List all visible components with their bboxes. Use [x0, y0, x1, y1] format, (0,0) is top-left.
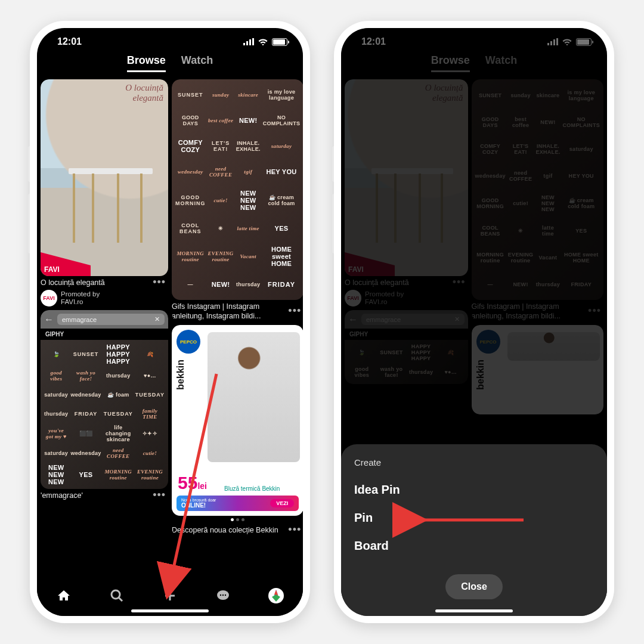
promo-text: Promoted byFAVI.ro: [61, 290, 100, 306]
pin-stickerboard[interactable]: SUNSETsundayskincareis my love language …: [172, 79, 303, 321]
feed-col-right: SUNSETsundayskincareis my love language …: [172, 79, 303, 596]
pepco-banner[interactable]: Noua broșură doarONLINE! VEZI: [177, 496, 299, 511]
tab-watch[interactable]: Watch: [181, 54, 213, 72]
pepco-brand: bekkin: [175, 360, 186, 390]
nav-create-icon[interactable]: [162, 588, 178, 603]
phone-left: 12:01 Browse Watch O locuințăelegantă: [30, 21, 310, 623]
sheet-option-board[interactable]: Board: [354, 532, 594, 560]
pin-menu-icon[interactable]: •••: [286, 305, 303, 317]
signal-icon: [243, 38, 254, 45]
sheet-title: Create: [354, 457, 594, 467]
pin-title: O locuință elegantă: [41, 276, 105, 289]
pepco-logo: PEPCO: [177, 330, 200, 354]
screen-left: 12:01 Browse Watch O locuințăelegantă: [37, 28, 303, 616]
pin-menu-icon[interactable]: •••: [286, 524, 303, 536]
nav-profile-icon[interactable]: [268, 588, 284, 603]
pin-menu-icon[interactable]: •••: [150, 276, 168, 289]
pepco-price: 55lei: [178, 473, 207, 493]
back-icon[interactable]: ←: [44, 314, 54, 325]
nav-search-icon[interactable]: [109, 588, 125, 603]
pin-menu-icon[interactable]: •••: [150, 489, 168, 501]
home-indicator[interactable]: [435, 609, 513, 612]
favi-badge: FAVI: [41, 252, 91, 276]
svg-point-2: [220, 595, 221, 596]
feed-col-left: O locuințăelegantă FAVI O locuință elega…: [41, 79, 168, 596]
nav-messages-icon[interactable]: [215, 588, 231, 603]
pin-title: Descoperă noua colecție Bekkin: [172, 524, 278, 536]
status-icons: [243, 38, 287, 46]
svg-point-4: [225, 595, 226, 596]
svg-point-3: [222, 595, 224, 596]
home-indicator[interactable]: [131, 609, 209, 612]
tab-browse[interactable]: Browse: [127, 54, 166, 72]
pin-giphy[interactable]: ← emmagrace✕ GIPHY 🍃SUNSETHAPPY HAPPY HA…: [41, 310, 168, 501]
sheet-close-button[interactable]: Close: [445, 574, 503, 599]
pin-title: Gifs Instagram | Instagram anleitung, In…: [172, 300, 286, 321]
pin-title: 'emmagrace': [41, 489, 83, 501]
sticker-grid: 🍃SUNSETHAPPY HAPPY HAPPY🍂 good vibeswash…: [41, 340, 168, 489]
status-bar: 12:01: [37, 28, 303, 51]
carousel-dots: [172, 516, 303, 524]
screen-right: 12:01 Browse Watch O locuințăelegantă FA…: [341, 28, 607, 616]
svg-point-0: [112, 590, 120, 599]
top-tabs: Browse Watch: [37, 51, 303, 79]
pin-image[interactable]: PEPCO bekkin 55lei Bluză termică Bekkin …: [172, 325, 303, 516]
wifi-icon: [258, 38, 268, 46]
sheet-option-pin[interactable]: Pin: [354, 504, 594, 532]
giphy-search-bar: ← emmagrace✕: [41, 310, 168, 329]
clear-icon[interactable]: ✕: [154, 315, 160, 323]
create-sheet: Create Idea Pin Pin Board Close: [341, 444, 607, 616]
status-time: 12:01: [57, 36, 82, 47]
pin-image[interactable]: O locuințăelegantă FAVI: [41, 79, 168, 276]
pepco-sub: Bluză termică Bekkin: [224, 485, 280, 492]
pin-overlay-text: O locuințăelegantă: [125, 83, 163, 103]
feed[interactable]: O locuințăelegantă FAVI O locuință elega…: [37, 79, 303, 596]
promoter-row[interactable]: FAVI Promoted byFAVI.ro: [41, 289, 168, 306]
pin-favi[interactable]: O locuințăelegantă FAVI O locuință elega…: [41, 79, 168, 306]
pin-pepco[interactable]: PEPCO bekkin 55lei Bluză termică Bekkin …: [172, 325, 303, 536]
battery-icon: [272, 38, 287, 46]
pepco-cta[interactable]: VEZI: [270, 499, 294, 507]
sticker-grid: SUNSETsundayskincareis my love language …: [172, 79, 303, 300]
nav-home-icon[interactable]: [56, 588, 72, 603]
phone-right: 12:01 Browse Watch O locuințăelegantă FA…: [334, 21, 614, 623]
search-input[interactable]: emmagrace✕: [57, 314, 165, 325]
avatar: FAVI: [41, 290, 57, 306]
giphy-brand: GIPHY: [41, 329, 168, 340]
sheet-option-idea-pin[interactable]: Idea Pin: [354, 476, 594, 504]
